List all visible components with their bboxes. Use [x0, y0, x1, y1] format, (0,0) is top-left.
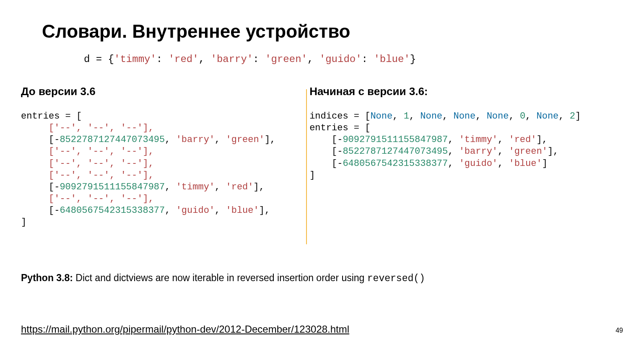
note-code: reversed(): [367, 273, 425, 284]
k-1: 'barry': [459, 146, 498, 157]
k-guido: 'guido': [176, 205, 215, 216]
dict-val-3: 'blue': [374, 54, 410, 65]
dict-val-2: 'green': [265, 54, 307, 65]
entries-open: entries = [: [309, 123, 370, 133]
idx-0: 0: [520, 111, 525, 122]
dict-close: }: [410, 54, 416, 65]
empty-row: ['--', '--', '--'],: [49, 146, 154, 157]
v-timmy: 'red': [226, 182, 254, 192]
hash-1: 8522787127447073495: [343, 146, 448, 157]
dict-key-2: 'barry': [210, 54, 253, 65]
columns: До версии 3.6 entries = [ ['--', '--', '…: [21, 85, 623, 229]
hash-barry: 8522787127447073495: [60, 134, 165, 145]
dict-key-3: 'guido': [319, 54, 362, 65]
column-from-36: Начиная с версии 3.6: indices = [None, 1…: [293, 85, 623, 229]
k-timmy: 'timmy': [176, 182, 215, 192]
v-barry: 'green': [226, 134, 265, 145]
v-2: 'blue': [509, 158, 542, 169]
none-kw: None: [420, 111, 442, 122]
k-0: 'timmy': [459, 134, 498, 145]
heading-from-36: Начиная с версии 3.6:: [309, 85, 623, 98]
v-1: 'green': [509, 146, 547, 157]
v-0: 'red': [509, 134, 536, 145]
hash-2: 6480567542315338377: [343, 158, 448, 169]
none-kw: None: [370, 111, 392, 122]
empty-row: ['--', '--', '--'],: [49, 158, 154, 169]
note-text: Dict and dictviews are now iterable in r…: [73, 272, 367, 283]
none-kw: None: [487, 111, 509, 122]
idx-2: 2: [570, 111, 575, 122]
page-number: 49: [615, 327, 623, 334]
dict-example: d = {'timmy': 'red', 'barry': 'green', '…: [84, 54, 623, 65]
slide-title: Словари. Внутреннее устройство: [42, 21, 623, 42]
column-before-36: До версии 3.6 entries = [ ['--', '--', '…: [21, 85, 293, 229]
hash-timmy: 9092791511155847987: [60, 182, 165, 192]
entries-close: ]: [21, 217, 26, 228]
note-label: Python 3.8:: [21, 272, 73, 283]
entries-open: entries = [: [21, 111, 82, 122]
empty-row: ['--', '--', '--'],: [49, 170, 154, 181]
k-2: 'guido': [459, 158, 498, 169]
dict-val-1: 'red': [169, 54, 199, 65]
entries-close: ]: [309, 170, 315, 181]
none-kw: None: [537, 111, 559, 122]
hash-guido: 6480567542315338377: [60, 205, 165, 216]
reference-link[interactable]: https://mail.python.org/pipermail/python…: [21, 323, 349, 335]
column-divider: [306, 89, 307, 244]
indices-open: indices = [: [309, 111, 370, 122]
v-guido: 'blue': [226, 205, 259, 216]
dict-var: d = {: [84, 54, 114, 65]
idx-1: 1: [404, 111, 409, 122]
code-from-36: indices = [None, 1, None, None, None, 0,…: [309, 111, 623, 181]
empty-row: ['--', '--', '--'],: [49, 123, 154, 133]
heading-before-36: До версии 3.6: [21, 85, 284, 98]
code-before-36: entries = [ ['--', '--', '--'], [-852278…: [21, 111, 284, 229]
hash-0: 9092791511155847987: [343, 134, 448, 145]
k-barry: 'barry': [176, 134, 215, 145]
none-kw: None: [453, 111, 475, 122]
dict-key-1: 'timmy': [114, 54, 156, 65]
empty-row: ['--', '--', '--'],: [49, 194, 154, 204]
note-python-38: Python 3.8: Dict and dictviews are now i…: [21, 272, 425, 284]
